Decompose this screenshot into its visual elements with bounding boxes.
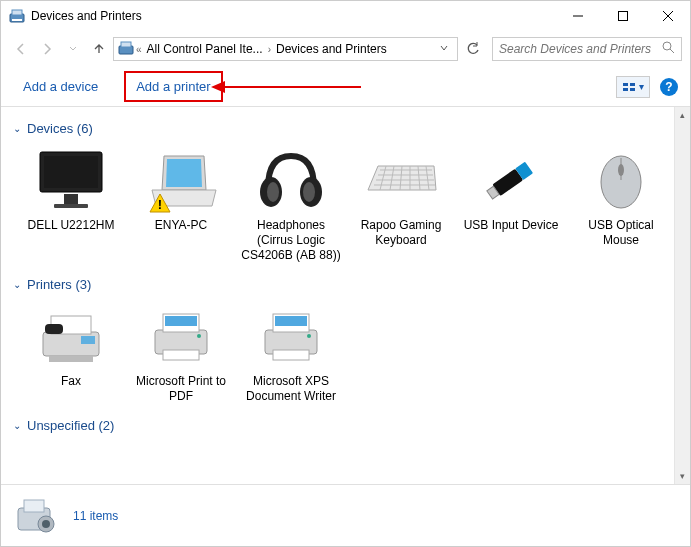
recent-dropdown[interactable] (61, 37, 85, 61)
svg-point-29 (303, 182, 315, 202)
device-label: Rapoo Gaming Keyboard (351, 218, 451, 248)
vertical-scrollbar[interactable]: ▴ ▾ (674, 107, 690, 484)
up-button[interactable] (87, 37, 111, 61)
svg-rect-63 (24, 500, 44, 512)
refresh-button[interactable] (462, 37, 484, 61)
svg-line-5 (663, 11, 673, 21)
chevron-down-icon: ⌄ (13, 279, 21, 290)
svg-rect-1 (12, 10, 22, 15)
close-button[interactable] (645, 1, 690, 31)
search-icon (662, 41, 675, 57)
device-label: Headphones (Cirrus Logic CS4206B (AB 88)… (241, 218, 341, 263)
printer-fax[interactable]: Fax (21, 300, 121, 404)
svg-rect-19 (64, 194, 78, 204)
svg-rect-55 (163, 350, 199, 360)
svg-rect-20 (54, 204, 88, 208)
command-toolbar: Add a device Add a printer ▾ ? (1, 67, 690, 107)
status-count: 11 items (73, 509, 118, 523)
svg-rect-50 (81, 336, 95, 344)
svg-rect-14 (623, 88, 628, 91)
svg-marker-22 (166, 159, 202, 187)
minimize-button[interactable] (555, 1, 600, 31)
add-device-button[interactable]: Add a device (13, 73, 108, 100)
printer-icon (141, 300, 221, 372)
svg-line-6 (663, 11, 673, 21)
maximize-button[interactable] (600, 1, 645, 31)
usb-drive-icon (471, 144, 551, 216)
svg-rect-2 (12, 19, 22, 21)
annotation-arrow (211, 85, 361, 89)
device-mouse[interactable]: USB Optical Mouse (571, 144, 671, 263)
mouse-icon (581, 144, 661, 216)
breadcrumb-dropdown[interactable] (435, 42, 453, 56)
svg-point-61 (307, 334, 311, 338)
printers-items: Fax Microsoft Print to PDF Microsoft XPS… (13, 300, 678, 412)
back-button[interactable] (9, 37, 33, 61)
window-title: Devices and Printers (31, 9, 555, 23)
status-thumbnail-icon (13, 492, 61, 540)
headphones-icon (251, 144, 331, 216)
chevron-icon: « (136, 44, 142, 55)
device-label: USB Optical Mouse (571, 218, 671, 248)
device-keyboard[interactable]: Rapoo Gaming Keyboard (351, 144, 451, 263)
group-header-printers[interactable]: ⌄ Printers (3) (13, 271, 678, 300)
devices-printers-icon (9, 8, 25, 24)
device-label: ENYA-PC (155, 218, 207, 233)
chevron-down-icon: ⌄ (13, 123, 21, 134)
breadcrumb-segment[interactable]: Devices and Printers (273, 42, 390, 56)
svg-rect-59 (275, 316, 307, 326)
window-controls (555, 1, 690, 31)
fax-icon (31, 300, 111, 372)
view-mode-button[interactable]: ▾ (616, 76, 650, 98)
group-header-devices[interactable]: ⌄ Devices (6) (13, 115, 678, 144)
devices-items: DELL U2212HM ! ENYA-PC Headphones (Cirru… (13, 144, 678, 271)
device-label: USB Input Device (464, 218, 559, 233)
svg-rect-60 (273, 350, 309, 360)
search-box[interactable] (492, 37, 682, 61)
help-button[interactable]: ? (660, 78, 678, 96)
svg-rect-49 (45, 324, 63, 334)
svg-rect-18 (44, 156, 98, 188)
svg-point-28 (267, 182, 279, 202)
devices-printers-icon (118, 40, 134, 59)
svg-rect-16 (630, 88, 635, 91)
device-monitor[interactable]: DELL U2212HM (21, 144, 121, 263)
svg-rect-8 (121, 42, 131, 47)
printer-icon (251, 300, 331, 372)
scroll-down-icon[interactable]: ▾ (675, 468, 690, 484)
device-computer[interactable]: ! ENYA-PC (131, 144, 231, 263)
svg-rect-51 (49, 356, 93, 362)
warning-icon: ! (149, 193, 171, 216)
svg-point-9 (663, 42, 671, 50)
search-input[interactable] (499, 42, 662, 56)
printer-label: Fax (61, 374, 81, 389)
group-title: Unspecified (2) (27, 418, 114, 433)
group-title: Devices (6) (27, 121, 93, 136)
printer-label: Microsoft Print to PDF (131, 374, 231, 404)
keyboard-icon (361, 144, 441, 216)
printer-pdf[interactable]: Microsoft Print to PDF (131, 300, 231, 404)
device-headphones[interactable]: Headphones (Cirrus Logic CS4206B (AB 88)… (241, 144, 341, 263)
svg-point-65 (42, 520, 50, 528)
group-title: Printers (3) (27, 277, 91, 292)
device-label: DELL U2212HM (28, 218, 115, 233)
monitor-icon (31, 144, 111, 216)
group-header-unspecified[interactable]: ⌄ Unspecified (2) (13, 412, 678, 441)
breadcrumb[interactable]: « All Control Panel Ite... › Devices and… (113, 37, 458, 61)
forward-button[interactable] (35, 37, 59, 61)
scroll-up-icon[interactable]: ▴ (675, 107, 690, 123)
chevron-right-icon: › (268, 44, 271, 55)
status-bar: 11 items (1, 484, 690, 546)
svg-rect-15 (630, 83, 635, 86)
svg-point-56 (197, 334, 201, 338)
printer-label: Microsoft XPS Document Writer (241, 374, 341, 404)
printer-xps[interactable]: Microsoft XPS Document Writer (241, 300, 341, 404)
chevron-down-icon: ⌄ (13, 420, 21, 431)
svg-rect-4 (618, 12, 627, 21)
add-printer-button[interactable]: Add a printer (124, 71, 222, 102)
device-usb[interactable]: USB Input Device (461, 144, 561, 263)
svg-text:!: ! (158, 197, 162, 212)
breadcrumb-segment[interactable]: All Control Panel Ite... (144, 42, 266, 56)
laptop-icon: ! (141, 144, 221, 216)
titlebar: Devices and Printers (1, 1, 690, 31)
